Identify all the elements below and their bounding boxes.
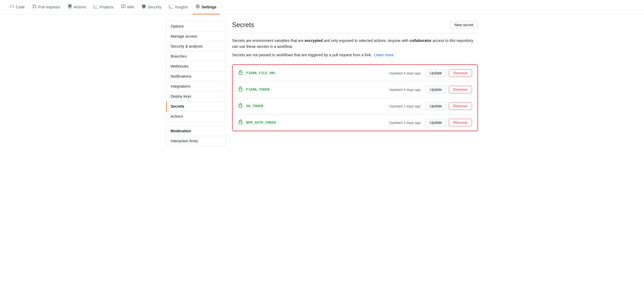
sidebar-item-security-analysis[interactable]: Security & analysis (166, 41, 225, 51)
new-secret-button[interactable]: New secret (450, 21, 478, 29)
nav-actions[interactable]: Actions (64, 0, 89, 14)
secret-name-gh-token: GH_TOKEN (246, 104, 389, 108)
secret-row-gh-token: GH_TOKEN Updated 2 days ago Update Remov… (233, 98, 477, 114)
learn-more-link[interactable]: Learn more (374, 53, 394, 57)
nav-insights[interactable]: Insights (166, 0, 191, 14)
insights-icon (169, 4, 173, 9)
collaborator-bold: collaborator (409, 38, 431, 43)
nav-projects-label: Projects (100, 5, 113, 9)
update-button-figma-file-url[interactable]: Update (425, 69, 447, 77)
sidebar-item-actions[interactable]: Actions (166, 111, 225, 121)
sidebar-item-branches[interactable]: Branches (166, 51, 225, 61)
nav-wiki[interactable]: Wiki (118, 0, 137, 14)
description-line1: Secrets are environment variables that a… (232, 38, 478, 50)
nav-security[interactable]: Security (138, 0, 165, 14)
lock-icon-figma-file-url (238, 70, 243, 76)
wiki-icon (121, 4, 125, 9)
main-content: Secrets New secret Secrets are environme… (232, 21, 478, 150)
sidebar-moderation-section: Moderation Interaction limits (166, 126, 226, 146)
secret-actions-npm-auth-token: Update Remove (425, 119, 472, 126)
secret-updated-figma-token: Updated 4 days ago (389, 88, 421, 92)
actions-icon (68, 4, 72, 9)
update-button-gh-token[interactable]: Update (425, 102, 447, 110)
description-line2: Secrets are not passed to workflows that… (232, 52, 478, 58)
secret-name-figma-file-url: FIGMA_FILE_URL (246, 71, 389, 75)
sidebar-item-secrets[interactable]: Secrets (166, 101, 225, 111)
nav-wiki-label: Wiki (127, 5, 134, 9)
encrypted-bold: encrypted (305, 38, 323, 43)
lock-icon-figma-token (238, 87, 243, 93)
top-nav: Code Pull requests Actions Projects (0, 0, 644, 15)
sidebar-item-interaction-limits[interactable]: Interaction limits (166, 136, 225, 146)
secret-row-npm-auth-token: NPM_AUTH_TOKEN Updated 4 days ago Update… (233, 114, 477, 131)
nav-projects[interactable]: Projects (90, 0, 117, 14)
update-button-npm-auth-token[interactable]: Update (425, 119, 447, 126)
nav-pull-requests-label: Pull requests (38, 5, 60, 9)
sidebar-moderation-header: Moderation (166, 126, 225, 136)
projects-icon (94, 4, 98, 9)
secret-actions-figma-file-url: Update Remove (425, 69, 472, 77)
sidebar-item-options[interactable]: Options (166, 21, 225, 31)
page-header: Secrets New secret (232, 21, 478, 33)
nav-pull-requests[interactable]: Pull requests (29, 0, 63, 14)
code-icon (10, 4, 14, 9)
sidebar: Options Manage access Security & analysi… (166, 21, 226, 150)
remove-button-gh-token[interactable]: Remove (449, 102, 472, 110)
nav-security-label: Security (148, 5, 161, 9)
update-button-figma-token[interactable]: Update (425, 86, 447, 93)
secret-actions-gh-token: Update Remove (425, 102, 472, 110)
sidebar-item-integrations[interactable]: Integrations (166, 81, 225, 91)
lock-icon-gh-token (238, 103, 243, 109)
nav-insights-label: Insights (175, 5, 188, 9)
remove-button-figma-file-url[interactable]: Remove (449, 69, 472, 77)
sidebar-item-notifications[interactable]: Notifications (166, 71, 225, 81)
secret-updated-gh-token: Updated 2 days ago (389, 104, 421, 108)
secret-row-figma-token: FIGMA_TOKEN Updated 4 days ago Update Re… (233, 81, 477, 98)
page-layout: Options Manage access Security & analysi… (160, 15, 484, 157)
secrets-container: FIGMA_FILE_URL Updated 4 days ago Update… (232, 64, 478, 131)
lock-icon-npm-auth-token (238, 120, 243, 126)
secret-updated-figma-file-url: Updated 4 days ago (389, 71, 421, 75)
remove-button-npm-auth-token[interactable]: Remove (449, 119, 472, 126)
settings-icon (196, 4, 200, 9)
sidebar-item-deploy-keys[interactable]: Deploy keys (166, 91, 225, 101)
nav-settings[interactable]: Settings (192, 0, 220, 14)
security-icon (142, 4, 146, 9)
nav-actions-label: Actions (74, 5, 86, 9)
page-title: Secrets (232, 21, 254, 29)
remove-button-figma-token[interactable]: Remove (449, 86, 472, 93)
pull-requests-icon (32, 4, 37, 9)
secret-row-figma-file-url: FIGMA_FILE_URL Updated 4 days ago Update… (233, 65, 477, 81)
nav-code[interactable]: Code (6, 0, 28, 14)
secret-name-figma-token: FIGMA_TOKEN (246, 88, 389, 92)
secret-name-npm-auth-token: NPM_AUTH_TOKEN (246, 121, 389, 125)
secret-updated-npm-auth-token: Updated 4 days ago (389, 121, 421, 125)
sidebar-item-webhooks[interactable]: Webhooks (166, 61, 225, 71)
nav-code-label: Code (16, 5, 25, 9)
nav-settings-label: Settings (201, 5, 216, 9)
secret-actions-figma-token: Update Remove (425, 86, 472, 93)
sidebar-item-manage-access[interactable]: Manage access (166, 31, 225, 41)
sidebar-main-section: Options Manage access Security & analysi… (166, 21, 226, 121)
